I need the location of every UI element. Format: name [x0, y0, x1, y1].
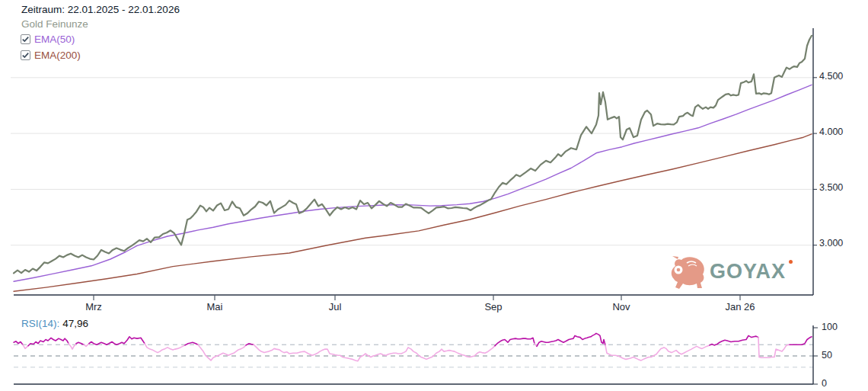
- legend-row-ema50[interactable]: EMA(50): [21, 33, 75, 45]
- rsi-line-overbought: [710, 335, 758, 345]
- price-line: [14, 36, 812, 274]
- rsi-line: [84, 344, 89, 347]
- rsi-line: [254, 345, 495, 361]
- checkmark-icon: [21, 51, 30, 59]
- goyax-chart-page: Zeitraum: 22.01.2025 - 22.01.2026 Gold F…: [0, 0, 868, 391]
- bull-icon: [667, 254, 707, 290]
- time-axis-tick-mrz: Mrz: [85, 301, 102, 312]
- price-axis-tick-4500: 4.500: [819, 71, 857, 82]
- rsi-value: 47,96: [62, 318, 88, 329]
- goyax-logo: GOYAX: [667, 254, 796, 290]
- rsi-line-overbought: [76, 342, 84, 345]
- date-range-label: Zeitraum: 22.01.2025 - 22.01.2026: [21, 4, 180, 15]
- rsi-line: [758, 338, 790, 358]
- rsi-line: [605, 345, 710, 361]
- ema50-checkbox[interactable]: [21, 34, 30, 44]
- price-axis-tick-3000: 3.000: [819, 238, 857, 248]
- legend-row-ema200[interactable]: EMA(200): [21, 49, 81, 61]
- rsi-indicator-label: RSI(14):: [21, 318, 59, 329]
- rsi-line: [23, 345, 28, 348]
- ema50-label[interactable]: EMA(50): [34, 34, 75, 45]
- price-axis-tick-3500: 3.500: [819, 182, 857, 193]
- ema50-line: [14, 85, 812, 281]
- time-axis-tick-mai: Mai: [207, 301, 223, 312]
- rsi-header: RSI(14):47,96: [21, 318, 88, 329]
- rsi-line-overbought: [14, 341, 23, 345]
- chart-canvas: [0, 0, 868, 391]
- time-axis-tick-nov: Nov: [612, 301, 630, 312]
- rsi-axis-tick-100: 100: [822, 322, 852, 332]
- rsi-line-overbought: [89, 337, 145, 345]
- checkmark-icon: [21, 35, 30, 43]
- logo-wordmark: GOYAX: [710, 260, 786, 284]
- rsi-line: [198, 345, 246, 361]
- ema200-label[interactable]: EMA(200): [34, 50, 81, 61]
- ema200-checkbox[interactable]: [21, 50, 30, 60]
- time-axis-tick-jan26: Jan 26: [725, 301, 755, 312]
- time-axis-tick-sep: Sep: [484, 301, 502, 312]
- time-axis-tick-jul: Jul: [329, 301, 342, 312]
- price-axis-tick-4000: 4.000: [819, 127, 857, 137]
- rsi-axis-tick-50: 50: [822, 350, 852, 361]
- rsi-axis-tick-0: 0: [822, 378, 852, 389]
- rsi-line-overbought: [790, 337, 812, 345]
- instrument-name: Gold Feinunze: [21, 18, 88, 30]
- logo-dot-icon: [789, 260, 793, 264]
